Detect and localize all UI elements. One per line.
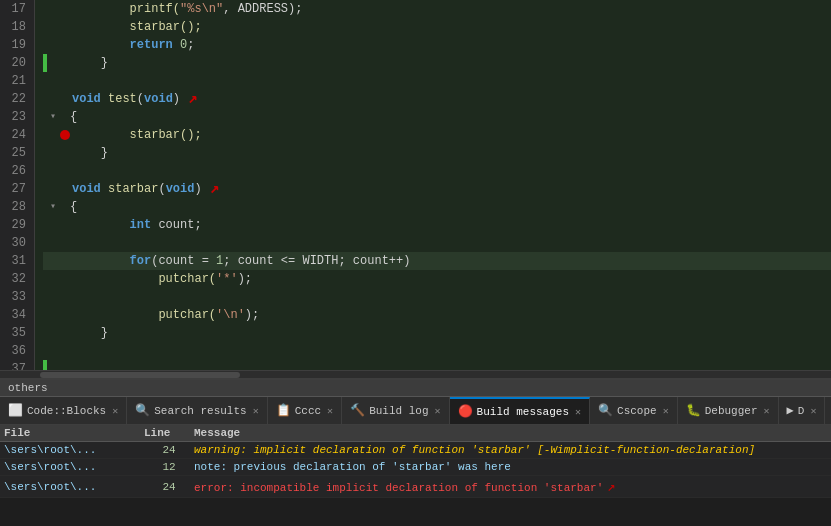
line-number: 21 [8,72,26,90]
line-number: 30 [8,234,26,252]
code-line [43,288,831,306]
code-token: } [101,324,108,342]
horizontal-scrollbar[interactable] [0,370,831,378]
msg-text: error: incompatible implicit declaration… [194,478,827,495]
error-arrow-icon: ↗ [607,478,615,495]
code-token: return [130,36,180,54]
code-token: ( [158,180,165,198]
messages-area: File Line Message \sers\root\...24warnin… [0,425,831,498]
msg-text-content: error: incompatible implicit declaration… [194,482,603,494]
msg-line-num: 24 [144,444,194,456]
others-label: others [8,382,48,394]
msg-text: note: previous declaration of 'starbar' … [194,461,827,473]
indent [72,126,130,144]
table-row[interactable]: \sers\root\...24error: incompatible impl… [0,476,831,498]
code-token: void [72,180,108,198]
build-log-label: Build log [369,405,428,417]
search-results-label: Search results [154,405,246,417]
line-number: 37 [8,360,26,370]
build-messages-label: Build messages [477,406,569,418]
others-bar: others [0,380,831,397]
codeblocks-close-button[interactable]: ✕ [112,405,118,417]
indent [72,216,130,234]
cccc-close-button[interactable]: ✕ [327,405,333,417]
search-results-close-button[interactable]: ✕ [253,405,259,417]
code-token: ( [137,90,144,108]
line-number: 17 [8,0,26,18]
code-token: test [108,90,137,108]
code-token: int [130,216,159,234]
code-token: starbar(); [130,126,202,144]
code-token: printf( [130,0,180,18]
code-line: ▾{ [43,108,831,126]
debugger-close-button[interactable]: ✕ [764,405,770,417]
fold-indicator[interactable]: ▾ [50,198,56,216]
msg-line-num: 24 [144,481,194,493]
build-messages-close-button[interactable]: ✕ [575,406,581,418]
indent [72,36,130,54]
line-number: 32 [8,270,26,288]
indent [72,252,130,270]
tab-search-results[interactable]: 🔍Search results✕ [127,397,267,425]
fold-indicator[interactable]: ▾ [50,108,56,126]
green-indicator [43,360,47,370]
tab-cccc[interactable]: 📋Cccc✕ [268,397,342,425]
code-token: ; count <= WIDTH; count++) [223,252,410,270]
indent [72,270,158,288]
tab-build-messages[interactable]: 🔴Build messages✕ [450,397,590,425]
line-number: 25 [8,144,26,162]
tab-more[interactable]: ▶D✕ [779,397,826,425]
msg-file: \sers\root\... [4,461,144,473]
green-indicator [43,54,47,72]
table-row[interactable]: \sers\root\...24warning: implicit declar… [0,442,831,459]
tab-cscope[interactable]: 🔍Cscope✕ [590,397,678,425]
line-number: 27 [8,180,26,198]
more-label: D [798,405,805,417]
line-number: 22 [8,90,26,108]
line-number: 29 [8,216,26,234]
code-token: ) [173,90,180,108]
code-line [43,162,831,180]
col-file: File [4,427,144,439]
code-token: "%s\n" [180,0,223,18]
debugger-label: Debugger [705,405,758,417]
code-token: (count = [151,252,216,270]
code-token: { [70,198,77,216]
search-results-icon: 🔍 [135,403,150,418]
codeblocks-icon: ⬜ [8,403,23,418]
line-number: 19 [8,36,26,54]
code-token: , ADDRESS); [223,0,302,18]
code-token: void [166,180,195,198]
tab-bar: ⬜Code::Blocks✕🔍Search results✕📋Cccc✕🔨Bui… [0,397,831,425]
cscope-icon: 🔍 [598,403,613,418]
code-line: void starbar(void)↗ [43,180,831,198]
line-number: 24 [8,126,26,144]
table-row[interactable]: \sers\root\...12note: previous declarati… [0,459,831,476]
more-close-button[interactable]: ✕ [810,405,816,417]
code-line: return 0; [43,36,831,54]
code-content[interactable]: printf("%s\n", ADDRESS); starbar(); retu… [35,0,831,370]
cscope-close-button[interactable]: ✕ [663,405,669,417]
code-token: 1 [216,252,223,270]
code-line: starbar(); [43,18,831,36]
code-token: { [70,108,77,126]
code-editor[interactable]: 1718192021222324252627282930313233343536… [0,0,831,370]
bottom-panel: others ⬜Code::Blocks✕🔍Search results✕📋Cc… [0,378,831,498]
indent [72,0,130,18]
code-token: 0 [180,36,187,54]
indent [72,144,101,162]
code-token: '\n' [216,306,245,324]
code-line: } [43,144,831,162]
code-token: ); [238,270,252,288]
code-line: putchar('*'); [43,270,831,288]
build-log-close-button[interactable]: ✕ [435,405,441,417]
arrow-annotation: ↗ [188,90,198,108]
tab-build-log[interactable]: 🔨Build log✕ [342,397,449,425]
line-number: 20 [8,54,26,72]
tab-debugger[interactable]: 🐛Debugger✕ [678,397,779,425]
cccc-icon: 📋 [276,403,291,418]
tab-codeblocks[interactable]: ⬜Code::Blocks✕ [0,397,127,425]
messages-header: File Line Message [0,425,831,442]
indent [72,18,130,36]
code-token: putchar( [158,306,216,324]
